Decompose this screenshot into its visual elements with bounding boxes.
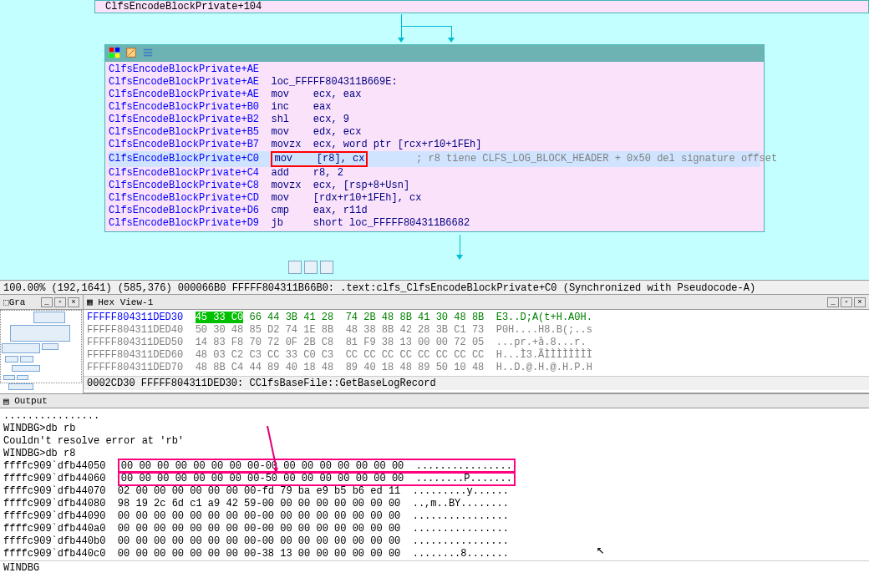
disasm-line[interactable]: ClfsEncodeBlockPrivate+C4 add r8, 2 <box>109 167 760 180</box>
flow-edge <box>401 26 402 38</box>
close-icon[interactable]: × <box>68 297 79 307</box>
output-line: Couldn't resolve error at 'rb' <box>3 435 866 448</box>
minimap-node <box>20 356 33 362</box>
input-row: WINDBG <box>0 560 869 575</box>
disasm-line[interactable]: ClfsEncodeBlockPrivate+AE loc_FFFFF80431… <box>109 76 760 89</box>
minimap-node <box>42 343 58 350</box>
flow-arrow-icon <box>456 255 463 260</box>
graph-overview[interactable] <box>0 310 83 393</box>
disasm-line[interactable]: ClfsEncodeBlockPrivate+B7 movzx ecx, wor… <box>109 139 760 151</box>
list-icon[interactable] <box>142 47 155 60</box>
panel-header[interactable]: ▤ Output <box>0 393 869 408</box>
svg-rect-6 <box>144 52 153 53</box>
hex-row[interactable]: FFFFF804311DED70 48 8B C4 44 89 40 18 48… <box>87 362 866 374</box>
palette-icon[interactable] <box>288 261 302 274</box>
minimap-node <box>3 375 15 380</box>
list-icon[interactable] <box>320 261 333 274</box>
output-line: ................ <box>3 410 866 423</box>
disasm-line[interactable]: ClfsEncodeBlockPrivate+B2 shl ecx, 9 <box>109 114 760 126</box>
hex-row[interactable]: FFFFF804311DED30 45 33 C0 66 44 3B 41 28… <box>87 312 866 324</box>
flow-edge <box>401 26 451 27</box>
minimap-node <box>10 325 70 342</box>
annotation-arrow-head <box>273 468 278 473</box>
hex-body[interactable]: FFFFF804311DED30 45 33 C0 66 44 3B 41 28… <box>84 310 869 376</box>
output-line: WINDBG>db rb <box>3 423 866 435</box>
svg-rect-2 <box>109 53 114 58</box>
block-toolbar <box>105 45 764 62</box>
hex-row[interactable]: FFFFF804311DED40 50 30 48 85 D2 74 1E 8B… <box>87 324 866 337</box>
output-body[interactable]: ................WINDBG>db rbCouldn't res… <box>0 408 869 560</box>
output-panel: ▤ Output ................WINDBG>db rbCou… <box>0 393 869 575</box>
output-icon: ▤ <box>3 396 9 407</box>
minimize-icon[interactable]: _ <box>41 297 53 307</box>
svg-rect-1 <box>115 48 119 52</box>
restore-icon[interactable]: ▫ <box>54 297 66 307</box>
flow-arrow-icon <box>398 38 404 43</box>
panel-title: Output <box>14 396 48 406</box>
output-line: ffffc909`dfb440b0 00 00 00 00 00 00 00 0… <box>3 535 866 548</box>
hex-row[interactable]: FFFFF804311DED60 48 03 C2 C3 CC 33 C0 C3… <box>87 349 866 362</box>
minimap-node <box>8 383 33 390</box>
output-line: ffffc909`dfb44080 98 19 2c 6d c1 a9 42 5… <box>3 498 866 510</box>
hex-status: 0002CD30 FFFFF804311DED30: CClfsBaseFile… <box>84 376 869 390</box>
hex-row[interactable]: FFFFF804311DED50 14 83 F8 70 72 0F 2B C8… <box>87 337 866 349</box>
output-line: ffffc909`dfb44090 00 00 00 00 00 00 00 0… <box>3 510 866 523</box>
close-icon[interactable]: × <box>854 297 866 307</box>
hex-icon: ▦ <box>87 297 93 307</box>
disasm-line[interactable]: ClfsEncodeBlockPrivate+D9 jb short loc_F… <box>109 217 760 230</box>
disasm-line[interactable]: ClfsEncodeBlockPrivate+AE <box>109 63 760 76</box>
minimap-node <box>33 312 65 323</box>
disasm-lines: ClfsEncodeBlockPrivate+AEClfsEncodeBlock… <box>105 62 764 231</box>
minimap-node <box>12 365 40 372</box>
flow-edge <box>451 26 452 38</box>
minimized-block-toolbar <box>288 261 333 276</box>
disasm-block: ClfsEncodeBlockPrivate+AEClfsEncodeBlock… <box>104 44 765 232</box>
input-label: WINDBG <box>3 562 43 574</box>
top-code-block: ClfsEncodeBlockPrivate+104 <box>94 0 869 13</box>
restore-icon[interactable]: ▫ <box>841 297 852 307</box>
command-input[interactable] <box>43 562 866 574</box>
svg-rect-3 <box>115 53 119 58</box>
disasm-line[interactable]: ClfsEncodeBlockPrivate+C0 mov [r8], cx ;… <box>109 151 760 167</box>
disasm-line[interactable]: ClfsEncodeBlockPrivate+AE mov ecx, eax <box>109 89 760 101</box>
flow-edge <box>401 14 402 26</box>
disasm-line[interactable]: ClfsEncodeBlockPrivate+B0 inc eax <box>109 101 760 114</box>
svg-rect-7 <box>144 55 153 57</box>
panel-header[interactable]: ▦ Hex View-1 _ ▫ × <box>84 295 869 310</box>
minimap-node <box>5 356 18 362</box>
panel-header[interactable]: ⬚ Gra _ ▫ × <box>0 295 83 310</box>
svg-rect-0 <box>109 48 114 52</box>
disasm-line[interactable]: ClfsEncodeBlockPrivate+B5 mov edx, ecx <box>109 126 760 139</box>
palette-icon[interactable] <box>109 47 122 60</box>
output-line: ffffc909`dfb440a0 00 00 00 00 00 00 00 0… <box>3 523 866 535</box>
minimap-node <box>2 343 40 353</box>
status-bar: 100.00% (192,1641) (585,376) 000066B0 FF… <box>0 280 869 295</box>
minimap-node <box>17 375 28 380</box>
output-line: ffffc909`dfb440c0 00 00 00 00 00 00 00 0… <box>3 548 866 560</box>
disasm-line[interactable]: ClfsEncodeBlockPrivate+C8 movzx ecx, [rs… <box>109 180 760 192</box>
edit-icon[interactable] <box>304 261 318 274</box>
hex-view-panel: ▦ Hex View-1 _ ▫ × FFFFF804311DED30 45 3… <box>84 295 869 393</box>
panel-title: Gra <box>9 297 26 307</box>
edit-icon[interactable] <box>125 47 139 60</box>
disasm-line[interactable]: ClfsEncodeBlockPrivate+D6 cmp eax, r11d <box>109 205 760 217</box>
output-line: ffffc909`dfb44060 00 00 00 00 00 00 00 0… <box>3 473 866 485</box>
flow-arrow-icon <box>448 38 455 43</box>
disasm-line[interactable]: ClfsEncodeBlockPrivate+CD mov [rdx+r10+1… <box>109 192 760 205</box>
graph-icon: ⬚ <box>3 297 9 307</box>
graph-overview-panel: ⬚ Gra _ ▫ × <box>0 295 84 393</box>
panel-title: Hex View-1 <box>98 297 153 307</box>
svg-rect-5 <box>144 49 153 51</box>
graph-area: ClfsEncodeBlockPrivate+104 ClfsEncodeBlo… <box>0 0 869 280</box>
output-line: ffffc909`dfb44070 02 00 00 00 00 00 00 0… <box>3 485 866 498</box>
minimize-icon[interactable]: _ <box>827 297 839 307</box>
